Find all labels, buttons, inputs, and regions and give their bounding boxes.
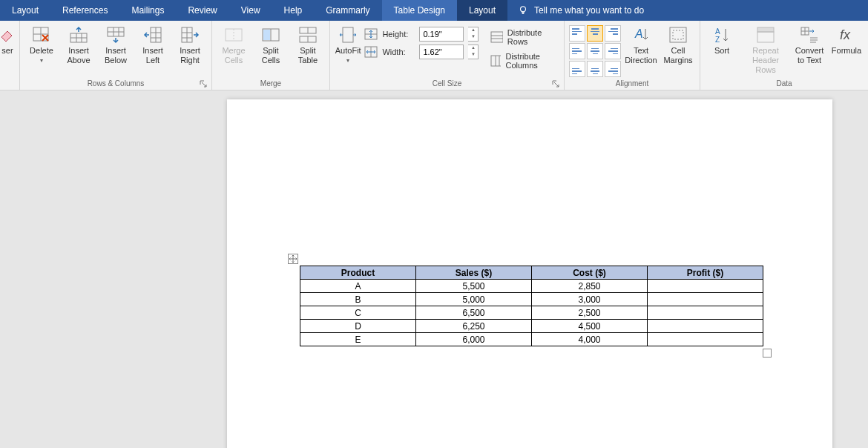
text-direction-button[interactable]: A Text Direction: [624, 24, 658, 65]
align-top-left[interactable]: [569, 25, 585, 42]
table-cell[interactable]: A: [300, 280, 416, 293]
insert-right-button[interactable]: Insert Right: [173, 24, 207, 65]
align-middle-right[interactable]: [605, 43, 621, 59]
table-cell[interactable]: 4,000: [532, 333, 648, 346]
width-input[interactable]: [419, 45, 464, 59]
height-spinner[interactable]: ▲▼: [468, 27, 479, 42]
table-cell[interactable]: [648, 333, 763, 346]
svg-rect-41: [670, 27, 686, 42]
table-cell[interactable]: B: [300, 293, 416, 306]
table-cell[interactable]: 6,500: [416, 306, 532, 320]
chevron-down-icon: ▾: [40, 57, 43, 64]
cell-margins-button[interactable]: Cell Margins: [661, 24, 695, 65]
rows-columns-group-label: Rows & Columns: [24, 78, 207, 90]
table-cell[interactable]: [648, 293, 763, 306]
table-cell[interactable]: [648, 280, 763, 293]
table-cell[interactable]: 3,000: [532, 293, 648, 306]
table-header[interactable]: Product: [300, 266, 416, 280]
table-cell[interactable]: E: [300, 333, 416, 346]
tab-references[interactable]: References: [50, 0, 119, 21]
table-cell[interactable]: 5,500: [416, 280, 532, 293]
table-cell[interactable]: 2,500: [532, 306, 648, 320]
cell-size-group-label: Cell Size: [335, 78, 559, 90]
split-table-button[interactable]: Split Table: [291, 24, 325, 65]
table-cell[interactable]: 6,250: [416, 320, 532, 333]
height-label: Height:: [382, 30, 415, 39]
svg-text:A: A: [634, 27, 643, 40]
tell-me-placeholder: Tell me what you want to do: [534, 5, 644, 16]
svg-rect-34: [491, 32, 502, 42]
tab-grammarly[interactable]: Grammarly: [314, 0, 381, 21]
table-row[interactable]: B5,0003,000: [300, 293, 763, 306]
table-move-handle[interactable]: [288, 254, 298, 264]
distribute-rows-button[interactable]: Distribute Rows: [490, 28, 559, 46]
table-cell[interactable]: [648, 320, 763, 333]
align-top-right[interactable]: [605, 25, 621, 42]
table-row[interactable]: C6,5002,500: [300, 306, 763, 320]
table-header-row[interactable]: Product Sales ($) Cost ($) Profit ($): [300, 266, 763, 280]
document-area[interactable]: Product Sales ($) Cost ($) Profit ($) A5…: [0, 90, 868, 448]
svg-text:A: A: [715, 27, 720, 36]
tab-layout-page[interactable]: Layout: [0, 0, 50, 21]
delete-button[interactable]: Delete ▾: [24, 24, 59, 64]
svg-rect-46: [757, 32, 774, 42]
height-input[interactable]: [419, 27, 464, 42]
insert-left-button[interactable]: Insert Left: [136, 24, 170, 65]
align-middle-center[interactable]: [587, 43, 603, 59]
convert-to-text-icon: [800, 26, 819, 44]
eraser-button[interactable]: ser: [0, 24, 15, 56]
split-cells-icon: [261, 26, 280, 44]
table-cell[interactable]: D: [300, 320, 416, 333]
convert-to-text-button[interactable]: Convert to Text: [792, 24, 826, 65]
table-header[interactable]: Cost ($): [532, 266, 648, 280]
table-header[interactable]: Profit ($): [648, 266, 763, 280]
insert-above-button[interactable]: Insert Above: [62, 24, 96, 65]
align-bottom-right[interactable]: [605, 61, 621, 77]
tab-help[interactable]: Help: [272, 0, 315, 21]
tab-review[interactable]: Review: [176, 0, 228, 21]
table-cell[interactable]: C: [300, 306, 416, 320]
autofit-button[interactable]: AutoFit ▾: [335, 24, 361, 64]
align-bottom-center[interactable]: [587, 61, 603, 77]
insert-below-button[interactable]: Insert Below: [99, 24, 133, 65]
row-height-icon: [364, 28, 378, 40]
tab-table-layout[interactable]: Layout: [457, 0, 507, 21]
insert-below-icon: [106, 26, 125, 44]
col-width-icon: [364, 46, 378, 58]
width-label: Width:: [382, 47, 415, 56]
dialog-launcher-icon[interactable]: [200, 80, 207, 88]
formula-icon: fx: [838, 26, 855, 44]
table-cell[interactable]: [648, 306, 763, 320]
table-row[interactable]: D6,2504,500: [300, 320, 763, 333]
table-cell[interactable]: 5,000: [416, 293, 532, 306]
formula-button[interactable]: fx Formula: [829, 24, 864, 56]
chevron-down-icon: ▾: [346, 57, 349, 64]
insert-left-icon: [143, 26, 162, 44]
align-top-center[interactable]: [587, 25, 603, 42]
split-cells-button[interactable]: Split Cells: [254, 24, 288, 65]
table-row[interactable]: A5,5002,850: [300, 280, 763, 293]
repeat-header-rows-button[interactable]: Repeat Header Rows: [742, 24, 789, 75]
table-resize-handle[interactable]: [763, 349, 772, 358]
tab-view[interactable]: View: [229, 0, 272, 21]
dialog-launcher-icon[interactable]: [552, 80, 559, 88]
svg-rect-45: [757, 27, 774, 32]
merge-cells-button[interactable]: Merge Cells: [217, 24, 251, 65]
tab-mailings[interactable]: Mailings: [119, 0, 176, 21]
align-bottom-left[interactable]: [569, 61, 585, 77]
merge-group-label: Merge: [217, 78, 325, 90]
distribute-columns-button[interactable]: Distribute Columns: [490, 52, 559, 70]
table-cell[interactable]: 4,500: [532, 320, 648, 333]
tell-me-search[interactable]: Tell me what you want to do: [507, 0, 654, 21]
table-cell[interactable]: 6,000: [416, 333, 532, 346]
align-middle-left[interactable]: [569, 43, 585, 59]
data-table[interactable]: Product Sales ($) Cost ($) Profit ($) A5…: [300, 266, 763, 346]
table-row[interactable]: E6,0004,000: [300, 333, 763, 346]
sort-button[interactable]: AZ Sort: [705, 24, 739, 56]
cell-margins-icon: [668, 26, 688, 44]
table-header[interactable]: Sales ($): [416, 266, 532, 280]
table-cell[interactable]: 2,850: [532, 280, 648, 293]
width-spinner[interactable]: ▲▼: [468, 45, 479, 59]
tab-table-design[interactable]: Table Design: [382, 0, 457, 21]
lightbulb-icon: [518, 5, 528, 16]
